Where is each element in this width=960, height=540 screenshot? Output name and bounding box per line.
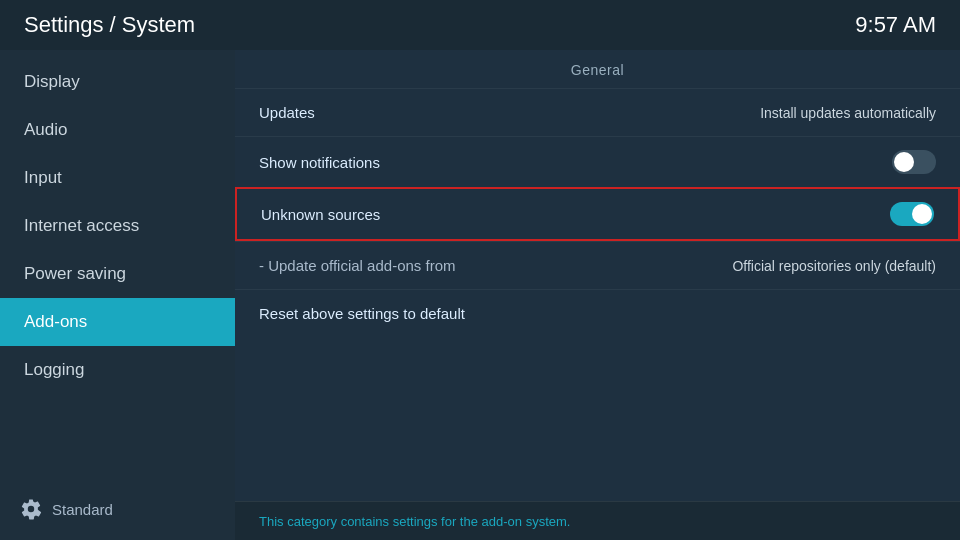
settings-panel: General Updates Install updates automati… — [235, 50, 960, 501]
header: Settings / System 9:57 AM — [0, 0, 960, 50]
updates-label: Updates — [259, 104, 315, 121]
sidebar-item-input[interactable]: Input — [0, 154, 235, 202]
setting-row-updates[interactable]: Updates Install updates automatically — [235, 88, 960, 136]
sidebar-item-internet-access[interactable]: Internet access — [0, 202, 235, 250]
sidebar-item-display[interactable]: Display — [0, 58, 235, 106]
setting-row-reset[interactable]: Reset above settings to default — [235, 289, 960, 337]
toggle-knob — [894, 152, 914, 172]
sidebar: Display Audio Input Internet access Powe… — [0, 50, 235, 540]
sidebar-nav: Display Audio Input Internet access Powe… — [0, 50, 235, 394]
page-title: Settings / System — [24, 12, 195, 38]
setting-row-show-notifications[interactable]: Show notifications — [235, 136, 960, 187]
sidebar-footer: Standard — [0, 488, 235, 530]
section-header: General — [235, 50, 960, 88]
footer-hint: This category contains settings for the … — [259, 514, 570, 529]
sidebar-item-logging[interactable]: Logging — [0, 346, 235, 394]
show-notifications-toggle[interactable] — [892, 150, 936, 174]
content-area: General Updates Install updates automati… — [235, 50, 960, 540]
update-addons-value: Official repositories only (default) — [732, 258, 936, 274]
sidebar-item-power-saving[interactable]: Power saving — [0, 250, 235, 298]
updates-value: Install updates automatically — [760, 105, 936, 121]
sidebar-item-audio[interactable]: Audio — [0, 106, 235, 154]
reset-label: Reset above settings to default — [259, 305, 465, 322]
content-footer: This category contains settings for the … — [235, 501, 960, 540]
gear-icon — [20, 498, 42, 520]
unknown-sources-toggle[interactable] — [890, 202, 934, 226]
setting-row-unknown-sources[interactable]: Unknown sources — [235, 187, 960, 241]
show-notifications-label: Show notifications — [259, 154, 380, 171]
main-layout: Display Audio Input Internet access Powe… — [0, 50, 960, 540]
setting-row-update-addons[interactable]: - Update official add-ons from Official … — [235, 241, 960, 289]
sidebar-item-add-ons[interactable]: Add-ons — [0, 298, 235, 346]
toggle-knob-on — [912, 204, 932, 224]
update-addons-label: - Update official add-ons from — [259, 257, 456, 274]
unknown-sources-label: Unknown sources — [261, 206, 380, 223]
clock: 9:57 AM — [855, 12, 936, 38]
standard-label: Standard — [52, 501, 113, 518]
